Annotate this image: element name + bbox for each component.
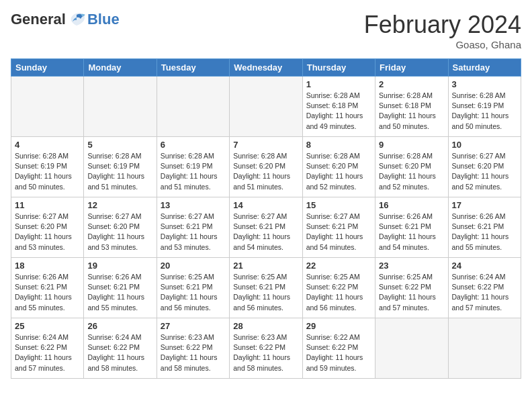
day-info: Sunrise: 6:23 AM Sunset: 6:22 PM Dayligh…	[233, 332, 298, 373]
calendar-cell: 25Sunrise: 6:24 AM Sunset: 6:22 PM Dayli…	[11, 318, 84, 379]
calendar-week-row: 4Sunrise: 6:28 AM Sunset: 6:19 PM Daylig…	[11, 137, 521, 197]
day-number: 26	[87, 321, 152, 331]
day-info: Sunrise: 6:24 AM Sunset: 6:22 PM Dayligh…	[15, 332, 80, 373]
day-number: 8	[306, 140, 371, 150]
calendar-cell: 7Sunrise: 6:28 AM Sunset: 6:20 PM Daylig…	[230, 137, 302, 197]
day-info: Sunrise: 6:24 AM Sunset: 6:22 PM Dayligh…	[87, 332, 152, 373]
day-number: 15	[306, 200, 371, 210]
calendar-week-row: 1Sunrise: 6:28 AM Sunset: 6:18 PM Daylig…	[11, 77, 521, 137]
calendar-cell: 18Sunrise: 6:26 AM Sunset: 6:21 PM Dayli…	[11, 258, 84, 318]
calendar-cell: 15Sunrise: 6:27 AM Sunset: 6:21 PM Dayli…	[302, 197, 375, 258]
calendar-cell: 2Sunrise: 6:28 AM Sunset: 6:18 PM Daylig…	[375, 77, 448, 137]
day-info: Sunrise: 6:26 AM Sunset: 6:21 PM Dayligh…	[452, 212, 517, 253]
calendar-cell: 9Sunrise: 6:28 AM Sunset: 6:20 PM Daylig…	[375, 137, 448, 197]
calendar-cell: 26Sunrise: 6:24 AM Sunset: 6:22 PM Dayli…	[84, 318, 157, 379]
calendar-cell	[84, 77, 157, 137]
calendar-cell: 10Sunrise: 6:27 AM Sunset: 6:20 PM Dayli…	[448, 137, 521, 197]
day-number: 2	[379, 79, 444, 89]
day-number: 6	[161, 140, 226, 150]
calendar-cell: 4Sunrise: 6:28 AM Sunset: 6:19 PM Daylig…	[11, 137, 84, 197]
day-number: 17	[452, 200, 517, 210]
calendar-cell: 11Sunrise: 6:27 AM Sunset: 6:20 PM Dayli…	[11, 197, 84, 258]
calendar-cell: 20Sunrise: 6:25 AM Sunset: 6:21 PM Dayli…	[157, 258, 229, 318]
calendar-cell: 8Sunrise: 6:28 AM Sunset: 6:20 PM Daylig…	[302, 137, 375, 197]
calendar-cell: 6Sunrise: 6:28 AM Sunset: 6:19 PM Daylig…	[157, 137, 229, 197]
weekday-header-saturday: Saturday	[448, 59, 521, 77]
month-year-title: February 2024	[364, 11, 521, 39]
logo-bird-icon	[67, 12, 86, 27]
calendar-cell: 22Sunrise: 6:25 AM Sunset: 6:22 PM Dayli…	[302, 258, 375, 318]
day-info: Sunrise: 6:26 AM Sunset: 6:21 PM Dayligh…	[87, 272, 152, 313]
weekday-header-sunday: Sunday	[11, 59, 84, 77]
calendar-cell: 5Sunrise: 6:28 AM Sunset: 6:19 PM Daylig…	[84, 137, 157, 197]
day-info: Sunrise: 6:28 AM Sunset: 6:19 PM Dayligh…	[87, 151, 152, 192]
logo: General Blue	[11, 11, 120, 28]
day-number: 12	[87, 200, 152, 210]
day-info: Sunrise: 6:28 AM Sunset: 6:18 PM Dayligh…	[379, 91, 444, 132]
day-info: Sunrise: 6:25 AM Sunset: 6:21 PM Dayligh…	[233, 272, 298, 313]
calendar-cell: 28Sunrise: 6:23 AM Sunset: 6:22 PM Dayli…	[230, 318, 302, 379]
day-number: 13	[161, 200, 226, 210]
day-number: 4	[15, 140, 80, 150]
calendar-cell	[230, 77, 302, 137]
day-info: Sunrise: 6:28 AM Sunset: 6:20 PM Dayligh…	[306, 151, 371, 192]
day-info: Sunrise: 6:27 AM Sunset: 6:20 PM Dayligh…	[87, 212, 152, 253]
calendar-table: SundayMondayTuesdayWednesdayThursdayFrid…	[11, 58, 521, 379]
calendar-cell: 23Sunrise: 6:25 AM Sunset: 6:22 PM Dayli…	[375, 258, 448, 318]
day-info: Sunrise: 6:27 AM Sunset: 6:20 PM Dayligh…	[452, 151, 517, 192]
day-info: Sunrise: 6:27 AM Sunset: 6:20 PM Dayligh…	[15, 212, 80, 253]
calendar-cell: 13Sunrise: 6:27 AM Sunset: 6:21 PM Dayli…	[157, 197, 229, 258]
day-info: Sunrise: 6:26 AM Sunset: 6:21 PM Dayligh…	[379, 212, 444, 253]
weekday-header-wednesday: Wednesday	[230, 59, 302, 77]
calendar-cell	[448, 318, 521, 379]
calendar-cell: 17Sunrise: 6:26 AM Sunset: 6:21 PM Dayli…	[448, 197, 521, 258]
day-number: 14	[233, 200, 298, 210]
calendar-week-row: 25Sunrise: 6:24 AM Sunset: 6:22 PM Dayli…	[11, 318, 521, 379]
calendar-cell	[157, 77, 229, 137]
day-number: 18	[15, 261, 80, 271]
day-number: 20	[161, 261, 226, 271]
day-info: Sunrise: 6:27 AM Sunset: 6:21 PM Dayligh…	[306, 212, 371, 253]
day-number: 16	[379, 200, 444, 210]
day-number: 7	[233, 140, 298, 150]
calendar-cell: 16Sunrise: 6:26 AM Sunset: 6:21 PM Dayli…	[375, 197, 448, 258]
day-number: 5	[87, 140, 152, 150]
weekday-header-monday: Monday	[84, 59, 157, 77]
calendar-cell	[375, 318, 448, 379]
day-number: 9	[379, 140, 444, 150]
day-number: 22	[306, 261, 371, 271]
calendar-cell: 12Sunrise: 6:27 AM Sunset: 6:20 PM Dayli…	[84, 197, 157, 258]
day-info: Sunrise: 6:28 AM Sunset: 6:19 PM Dayligh…	[15, 151, 80, 192]
page-header: General Blue February 2024 Goaso, Ghana	[11, 11, 521, 50]
logo-general-text: General	[11, 11, 66, 28]
day-number: 10	[452, 140, 517, 150]
day-info: Sunrise: 6:26 AM Sunset: 6:21 PM Dayligh…	[15, 272, 80, 313]
day-number: 19	[87, 261, 152, 271]
day-number: 11	[15, 200, 80, 210]
day-number: 29	[306, 321, 371, 331]
calendar-week-row: 18Sunrise: 6:26 AM Sunset: 6:21 PM Dayli…	[11, 258, 521, 318]
day-info: Sunrise: 6:23 AM Sunset: 6:22 PM Dayligh…	[161, 332, 226, 373]
day-info: Sunrise: 6:27 AM Sunset: 6:21 PM Dayligh…	[233, 212, 298, 253]
logo-blue-text: Blue	[87, 11, 120, 28]
day-number: 1	[306, 79, 371, 89]
weekday-header-tuesday: Tuesday	[157, 59, 229, 77]
weekday-header-row: SundayMondayTuesdayWednesdayThursdayFrid…	[11, 59, 521, 77]
day-number: 21	[233, 261, 298, 271]
location-subtitle: Goaso, Ghana	[364, 39, 521, 50]
calendar-cell: 27Sunrise: 6:23 AM Sunset: 6:22 PM Dayli…	[157, 318, 229, 379]
calendar-cell: 21Sunrise: 6:25 AM Sunset: 6:21 PM Dayli…	[230, 258, 302, 318]
calendar-cell: 3Sunrise: 6:28 AM Sunset: 6:19 PM Daylig…	[448, 77, 521, 137]
calendar-cell: 14Sunrise: 6:27 AM Sunset: 6:21 PM Dayli…	[230, 197, 302, 258]
day-info: Sunrise: 6:28 AM Sunset: 6:20 PM Dayligh…	[233, 151, 298, 192]
calendar-week-row: 11Sunrise: 6:27 AM Sunset: 6:20 PM Dayli…	[11, 197, 521, 258]
calendar-cell	[11, 77, 84, 137]
day-number: 23	[379, 261, 444, 271]
day-info: Sunrise: 6:28 AM Sunset: 6:19 PM Dayligh…	[161, 151, 226, 192]
calendar-cell: 29Sunrise: 6:22 AM Sunset: 6:22 PM Dayli…	[302, 318, 375, 379]
day-info: Sunrise: 6:25 AM Sunset: 6:22 PM Dayligh…	[379, 272, 444, 313]
calendar-cell: 24Sunrise: 6:24 AM Sunset: 6:22 PM Dayli…	[448, 258, 521, 318]
day-number: 28	[233, 321, 298, 331]
day-number: 27	[161, 321, 226, 331]
title-block: February 2024 Goaso, Ghana	[364, 11, 521, 50]
